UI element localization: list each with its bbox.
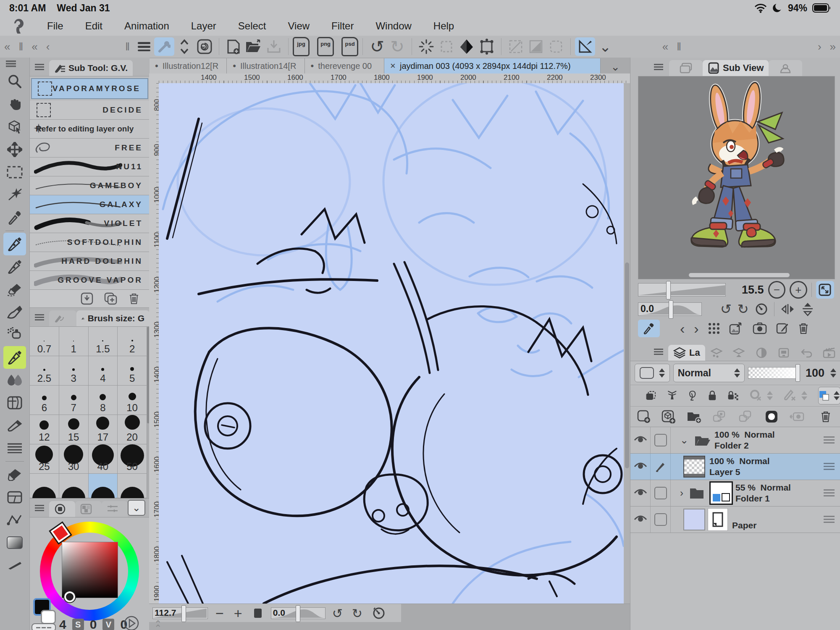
canvas-horizontal-scrollbar[interactable] <box>401 604 630 622</box>
expand-bottom-panel-icon[interactable]: ⌃⌃ <box>154 622 162 630</box>
menu-animation[interactable]: Animation <box>113 20 180 32</box>
layer-tab-active[interactable]: La <box>668 345 705 361</box>
brush-size-partial-4[interactable] <box>118 474 147 498</box>
brush-size-50[interactable]: 50 <box>118 444 147 474</box>
brush-size-10[interactable]: 10 <box>118 386 147 415</box>
sub-view-thumbnail-grid[interactable] <box>708 323 720 334</box>
sv-cursor[interactable] <box>64 591 75 602</box>
touch-gesture-tool-button[interactable] <box>154 37 174 56</box>
menu-file[interactable]: File <box>36 20 74 32</box>
snapshot-disabled[interactable] <box>789 410 804 423</box>
sub-view-viewport[interactable] <box>638 76 835 279</box>
liquify-tool[interactable] <box>0 437 29 459</box>
clip-studio-logo-icon[interactable] <box>0 18 36 34</box>
panel-transparent-swatch[interactable] <box>32 623 56 630</box>
menu-view[interactable]: View <box>277 20 321 32</box>
opacity-slider[interactable] <box>748 367 800 379</box>
move-tool[interactable] <box>0 138 29 161</box>
crop-tool-disabled-icon[interactable] <box>506 37 526 56</box>
transfer-down-disabled[interactable] <box>713 410 728 423</box>
reselect-button-disabled[interactable] <box>436 37 457 56</box>
document-tab-2[interactable]: • Illustration14[R <box>227 58 304 74</box>
document-tab-3[interactable]: • therevenge 00 <box>305 58 385 74</box>
zoom-tool[interactable] <box>0 70 29 93</box>
color-slider-tab[interactable] <box>102 501 128 517</box>
sub-view-zoom-in[interactable]: + <box>790 281 807 299</box>
brush-size-20[interactable]: 20 <box>118 415 147 444</box>
sub-view-eyedropper-toggle[interactable] <box>638 320 660 337</box>
brush-stroke-selector[interactable] <box>635 364 670 382</box>
text-tool-partial[interactable] <box>0 554 29 577</box>
scale-rotate-button[interactable] <box>477 37 497 56</box>
document-tab-1[interactable]: • Illustration12[R <box>149 58 227 74</box>
menu-edit[interactable]: Edit <box>74 20 113 32</box>
history-tab[interactable] <box>795 345 818 361</box>
brush-size-4[interactable]: 4 <box>89 356 118 386</box>
folder-collapsed-chevron[interactable]: › <box>680 487 683 499</box>
save-button-disabled[interactable] <box>264 37 284 56</box>
opacity-stepper[interactable] <box>830 368 836 378</box>
sub-view-fit-button[interactable] <box>816 281 834 299</box>
auto-select-wand-tool[interactable] <box>0 184 29 206</box>
polyline-figure-tool[interactable] <box>0 509 29 531</box>
paper-thumbnail[interactable] <box>683 509 705 530</box>
sub-view-reset-rotation[interactable] <box>755 302 768 316</box>
hand-pan-tool[interactable] <box>0 93 29 116</box>
layer-drag-handle[interactable] <box>824 516 835 523</box>
blend-tool[interactable] <box>0 369 29 391</box>
clip-to-layer-below-icon[interactable] <box>646 390 656 402</box>
fill-bucket-tool[interactable] <box>0 463 29 486</box>
layer-row-folder-1[interactable]: › 55 % Normal Folder 1 <box>630 480 840 507</box>
lock-transparent-pixels-icon[interactable] <box>727 389 738 402</box>
fit-to-screen-button[interactable] <box>254 609 262 618</box>
selection-marquee-tool[interactable] <box>0 161 29 184</box>
redo-button-disabled[interactable]: ↻ <box>387 37 407 56</box>
layer-visibility-toggle[interactable] <box>630 427 651 453</box>
card-tab[interactable] <box>773 345 795 361</box>
sub-tool-item-nu11[interactable]: NU11 <box>30 158 150 176</box>
undo-button[interactable]: ↺ <box>367 37 387 56</box>
reference-tab[interactable] <box>769 60 802 76</box>
layer-color-selector[interactable] <box>818 387 840 404</box>
layer-row-folder-2[interactable]: ⌄ 100 % Normal Folder 2 <box>630 427 840 454</box>
panel-drag-handle2-icon[interactable]: ‖ <box>121 40 134 53</box>
menu-help[interactable]: Help <box>423 20 465 32</box>
menu-select[interactable]: Select <box>227 20 277 32</box>
sub-tool-item-galaxy-selected[interactable]: GALAXY <box>30 195 150 214</box>
sub-tool-tab[interactable]: Sub Tool: G.V. <box>49 60 133 76</box>
color-wheel-tab[interactable] <box>49 501 75 517</box>
brush-shape-tab[interactable] <box>49 310 76 326</box>
menu-filter[interactable]: Filter <box>320 20 365 32</box>
document-tab-active[interactable]: × jaydiman 003 (4093 x 2894px 144dpi 112… <box>384 58 601 74</box>
brush-size-2[interactable]: 2 <box>118 327 147 356</box>
brush-size-3[interactable]: 3 <box>59 356 89 386</box>
layer-visibility-toggle[interactable] <box>630 454 651 480</box>
layer-row-paper[interactable]: Paper <box>630 507 840 533</box>
sub-view-zoom-thumb[interactable] <box>666 281 671 299</box>
brush-size-40[interactable]: 40 <box>89 444 118 474</box>
layer-property-tab-2[interactable] <box>727 345 750 361</box>
sub-view-zoom-slider[interactable] <box>638 283 726 297</box>
eyedropper-tool[interactable] <box>0 206 29 229</box>
layer-mask-button[interactable] <box>765 410 778 423</box>
sub-view-open-image[interactable] <box>729 322 743 335</box>
export-jpg-button[interactable]: jpg <box>293 37 310 56</box>
folder-expand-chevron[interactable]: ⌄ <box>680 434 688 446</box>
operation-3d-tool[interactable] <box>0 116 29 138</box>
layer-property-tab-1[interactable] <box>705 345 728 361</box>
folder-thumbnail[interactable] <box>709 481 733 505</box>
eraser-tool[interactable] <box>0 278 29 301</box>
layer-checkbox[interactable] <box>651 480 671 506</box>
gradient-tool[interactable] <box>0 531 29 554</box>
sub-tool-item-free[interactable]: FREE <box>30 139 150 158</box>
marker-tool-highlighted[interactable] <box>3 346 26 369</box>
brush-size-25[interactable]: 25 <box>30 444 59 474</box>
brush-size-12[interactable]: 12 <box>30 415 59 444</box>
right-drag-handle-icon[interactable]: ‖ <box>672 40 685 53</box>
panel-sub-color-swatch[interactable] <box>41 610 56 624</box>
sub-tool-item-violet[interactable]: VIOLET <box>30 214 150 233</box>
tab-list-chevron[interactable]: ⌄ <box>601 60 630 74</box>
brush-size-partial-1[interactable] <box>30 474 59 498</box>
sub-tool-item-refer[interactable]: Refer to editing layer only <box>30 120 150 139</box>
selection-launcher-disabled-icon[interactable] <box>546 37 566 56</box>
